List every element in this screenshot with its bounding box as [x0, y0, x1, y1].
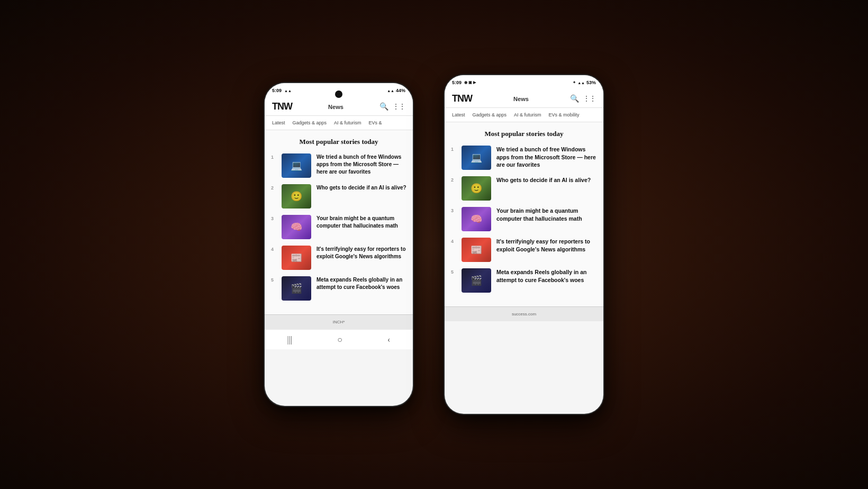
right-story-4-thumb-icon: 📰: [471, 244, 482, 256]
left-story-1[interactable]: 1 💻 We tried a bunch of free Windows app…: [271, 153, 406, 178]
right-tnw-logo: TNW: [452, 93, 472, 104]
right-story-4-number: 4: [451, 238, 456, 244]
left-story-3-number: 3: [271, 215, 276, 221]
left-story-4-title[interactable]: It's terrifyingly easy for reporters to …: [317, 246, 406, 260]
right-story-3[interactable]: 3 🧠 Your brain might be a quantum comput…: [451, 207, 597, 231]
right-story-3-thumb-icon: 🧠: [471, 213, 482, 225]
right-tab-ai[interactable]: AI & futurism: [514, 112, 541, 117]
left-content-area: Most popular stories today 1 💻 We tried …: [265, 130, 413, 314]
left-phone-screen: 5:09 ▲▲ ▲▲ 44% TNW News 🔍 ⋮⋮: [265, 83, 413, 406]
left-story-4[interactable]: 4 📰 It's terrifyingly easy for reporters…: [271, 246, 406, 270]
right-story-2-title[interactable]: Who gets to decide if an AI is alive?: [496, 176, 597, 184]
left-story-1-thumb-icon: 💻: [291, 160, 302, 171]
right-story-1[interactable]: 1 💻 We tried a bunch of free Windows app…: [451, 146, 597, 170]
left-status-bar: 5:09 ▲▲ ▲▲ 44%: [265, 83, 413, 98]
right-story-1-thumb: 💻: [462, 146, 491, 170]
left-signal-icons: ▲▲: [284, 89, 292, 93]
left-story-5-number: 5: [271, 276, 276, 283]
right-tab-evs[interactable]: EVs & mobility: [549, 112, 580, 117]
left-header-nav-label[interactable]: News: [328, 104, 343, 110]
left-status-right: ▲▲ 44%: [387, 88, 405, 93]
left-story-5-thumb: 🎬: [282, 276, 311, 301]
left-ad-text: INCH*: [333, 320, 345, 324]
left-tab-ai[interactable]: AI & futurism: [334, 120, 361, 125]
left-nav-recent[interactable]: |||: [287, 335, 293, 345]
left-story-2-thumb-icon: 🙂: [291, 191, 302, 202]
right-time: 5:09: [452, 80, 462, 85]
left-battery-pct: 44%: [396, 88, 405, 93]
right-story-1-number: 1: [451, 146, 456, 152]
left-nav-tabs: Latest Gadgets & apps AI & futurism EVs …: [265, 116, 413, 130]
right-ad-banner: success.com: [445, 306, 603, 321]
left-story-1-title[interactable]: We tried a bunch of free Windows apps fr…: [317, 153, 406, 176]
right-story-5-number: 5: [451, 268, 456, 275]
right-story-2-thumb-icon: 🙂: [471, 183, 482, 194]
right-status-bar: 5:09 ◉ ▣ ▶ ✦ ▲▲ 53%: [445, 75, 603, 90]
right-app-header: TNW News 🔍 ⋮⋮: [445, 90, 603, 108]
left-phone: 5:09 ▲▲ ▲▲ 44% TNW News 🔍 ⋮⋮: [265, 83, 413, 406]
left-story-3[interactable]: 3 🧠 Your brain might be a quantum comput…: [271, 215, 406, 239]
right-story-2[interactable]: 2 🙂 Who gets to decide if an AI is alive…: [451, 176, 597, 201]
right-status-right: ✦ ▲▲ 53%: [573, 80, 596, 85]
left-grid-icon[interactable]: ⋮⋮: [393, 103, 405, 111]
right-story-1-title[interactable]: We tried a bunch of free Windows apps fr…: [496, 146, 597, 169]
right-grid-icon[interactable]: ⋮⋮: [583, 95, 596, 103]
left-nav-back[interactable]: ‹: [387, 335, 390, 345]
right-nav-tabs: Latest Gadgets & apps AI & futurism EVs …: [445, 108, 603, 122]
right-status-left: 5:09 ◉ ▣ ▶: [452, 80, 476, 85]
right-story-3-number: 3: [451, 207, 456, 213]
left-story-3-thumb-icon: 🧠: [291, 221, 302, 233]
right-signal: ▲▲: [577, 81, 585, 85]
left-story-4-thumb: 📰: [282, 246, 311, 270]
right-story-4-title[interactable]: It's terrifyingly easy for reporters to …: [496, 238, 597, 253]
right-tab-gadgets[interactable]: Gadgets & apps: [473, 112, 507, 117]
left-section-title: Most popular stories today: [271, 138, 406, 146]
right-section-title: Most popular stories today: [451, 130, 597, 138]
left-punch-hole: [335, 90, 342, 98]
left-tab-gadgets[interactable]: Gadgets & apps: [293, 120, 327, 125]
left-story-5-title[interactable]: Meta expands Reels globally in an attemp…: [317, 276, 406, 291]
right-header-nav-label[interactable]: News: [513, 96, 529, 102]
left-header-icons: 🔍 ⋮⋮: [379, 102, 405, 111]
left-ad-banner: INCH*: [265, 314, 413, 329]
left-story-5-thumb-icon: 🎬: [291, 283, 302, 294]
right-story-5-thumb-icon: 🎬: [471, 275, 482, 286]
right-story-5[interactable]: 5 🎬 Meta expands Reels globally in an at…: [451, 268, 597, 293]
left-story-1-number: 1: [271, 153, 276, 160]
left-app-header: TNW News 🔍 ⋮⋮: [265, 98, 413, 116]
right-story-3-thumb: 🧠: [462, 207, 491, 231]
left-story-2[interactable]: 2 🙂 Who gets to decide if an AI is alive…: [271, 184, 406, 209]
right-tab-latest[interactable]: Latest: [452, 112, 465, 117]
left-search-icon[interactable]: 🔍: [379, 102, 388, 111]
right-ad-text: success.com: [512, 312, 536, 316]
left-story-2-title[interactable]: Who gets to decide if an AI is alive?: [317, 184, 406, 192]
right-story-4-thumb: 📰: [462, 238, 491, 262]
left-status-left: 5:09 ▲▲: [272, 88, 292, 93]
left-story-2-thumb: 🙂: [282, 184, 311, 209]
right-signal-icons: ◉ ▣ ▶: [464, 80, 476, 85]
right-story-1-thumb-icon: 💻: [471, 152, 482, 164]
left-story-4-thumb-icon: 📰: [291, 252, 302, 264]
right-battery-pct: 53%: [586, 80, 596, 85]
right-search-icon[interactable]: 🔍: [570, 94, 579, 103]
left-story-3-thumb: 🧠: [282, 215, 311, 239]
right-story-5-title[interactable]: Meta expands Reels globally in an attemp…: [496, 268, 597, 284]
left-story-5[interactable]: 5 🎬 Meta expands Reels globally in an at…: [271, 276, 406, 301]
left-bottom-nav: ||| ○ ‹: [265, 329, 413, 349]
right-content-area: Most popular stories today 1 💻 We tried …: [445, 122, 603, 306]
right-story-5-thumb: 🎬: [462, 268, 491, 293]
right-phone-screen: 5:09 ◉ ▣ ▶ ✦ ▲▲ 53% TNW News 🔍 ⋮⋮: [445, 75, 603, 414]
left-tnw-logo: TNW: [272, 101, 292, 112]
right-story-4[interactable]: 4 📰 It's terrifyingly easy for reporters…: [451, 238, 597, 262]
left-time: 5:09: [272, 88, 282, 93]
left-story-4-number: 4: [271, 246, 276, 252]
left-nav-home[interactable]: ○: [337, 335, 342, 345]
left-signal: ▲▲: [387, 89, 394, 93]
phones-container: 5:09 ▲▲ ▲▲ 44% TNW News 🔍 ⋮⋮: [265, 75, 603, 414]
left-story-3-title[interactable]: Your brain might be a quantum computer t…: [317, 215, 406, 230]
right-header-icons: 🔍 ⋮⋮: [570, 94, 596, 103]
left-tab-evs[interactable]: EVs &: [369, 120, 382, 125]
left-tab-latest[interactable]: Latest: [272, 120, 285, 125]
right-phone: 5:09 ◉ ▣ ▶ ✦ ▲▲ 53% TNW News 🔍 ⋮⋮: [445, 75, 603, 414]
right-story-3-title[interactable]: Your brain might be a quantum computer t…: [496, 207, 597, 222]
